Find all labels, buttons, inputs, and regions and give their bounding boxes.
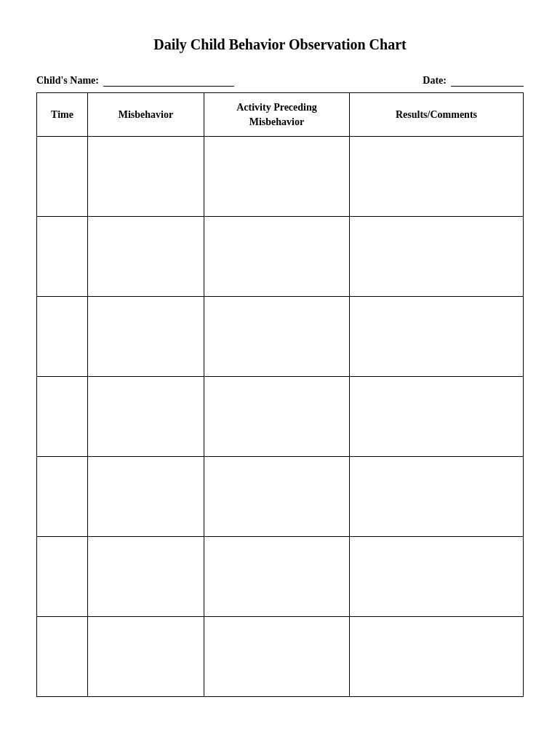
cell-misbehavior — [88, 377, 204, 457]
cell-activity — [204, 137, 350, 217]
col-header-time: Time — [37, 93, 88, 137]
table-row — [37, 377, 524, 457]
col-header-activity: Activity Preceding Misbehavior — [204, 93, 350, 137]
cell-misbehavior — [88, 617, 204, 697]
table-row — [37, 617, 524, 697]
cell-results — [350, 617, 524, 697]
page-title: Daily Child Behavior Observation Chart — [36, 36, 524, 53]
cell-activity — [204, 377, 350, 457]
cell-activity — [204, 537, 350, 617]
cell-time — [37, 377, 88, 457]
observation-table: Time Misbehavior Activity Preceding Misb… — [36, 92, 524, 697]
table-row — [37, 537, 524, 617]
table-row — [37, 137, 524, 217]
date-label: Date: — [423, 75, 447, 87]
cell-misbehavior — [88, 537, 204, 617]
cell-time — [37, 137, 88, 217]
date-underline — [451, 75, 524, 87]
col-header-misbehavior: Misbehavior — [88, 93, 204, 137]
cell-activity — [204, 457, 350, 537]
col-header-results: Results/Comments — [350, 93, 524, 137]
cell-activity — [204, 297, 350, 377]
cell-time — [37, 617, 88, 697]
cell-results — [350, 537, 524, 617]
cell-time — [37, 457, 88, 537]
cell-time — [37, 537, 88, 617]
childs-name-underline — [103, 75, 234, 87]
cell-misbehavior — [88, 457, 204, 537]
cell-time — [37, 297, 88, 377]
cell-misbehavior — [88, 137, 204, 217]
cell-misbehavior — [88, 297, 204, 377]
table-row — [37, 457, 524, 537]
cell-activity — [204, 217, 350, 297]
childs-name-label: Child's Name: — [36, 75, 99, 87]
cell-results — [350, 217, 524, 297]
table-row — [37, 297, 524, 377]
cell-results — [350, 377, 524, 457]
cell-results — [350, 137, 524, 217]
cell-results — [350, 297, 524, 377]
cell-misbehavior — [88, 217, 204, 297]
cell-results — [350, 457, 524, 537]
cell-time — [37, 217, 88, 297]
cell-activity — [204, 617, 350, 697]
table-row — [37, 217, 524, 297]
